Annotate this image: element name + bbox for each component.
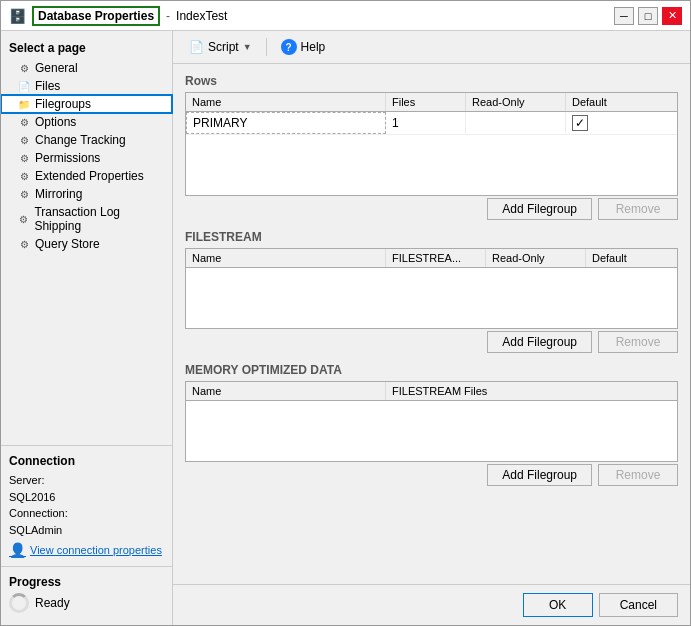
- help-icon: ?: [281, 39, 297, 55]
- sidebar-label-options: Options: [35, 115, 76, 129]
- memory-table: Name FILESTREAM Files: [185, 381, 678, 462]
- progress-section: Progress Ready: [1, 566, 172, 621]
- script-button[interactable]: 📄 Script ▼: [185, 38, 256, 56]
- connection-text-label: Connection:: [9, 507, 68, 519]
- main-content: 📄 Script ▼ ? Help Rows Name: [173, 31, 690, 625]
- rows-col-name: Name: [186, 93, 386, 111]
- rows-empty-area: [186, 135, 677, 195]
- sidebar-item-extended-properties[interactable]: ⚙ Extended Properties: [1, 167, 172, 185]
- script-icon: 📄: [189, 40, 204, 54]
- rows-row1-name: PRIMARY: [186, 112, 386, 134]
- window-title-rest: IndexTest: [176, 9, 227, 23]
- sidebar-item-mirroring[interactable]: ⚙ Mirroring: [1, 185, 172, 203]
- view-connection-link[interactable]: 👤 View connection properties: [9, 542, 164, 558]
- options-icon: ⚙: [17, 115, 31, 129]
- sidebar-label-permissions: Permissions: [35, 151, 100, 165]
- toolbar-divider: [266, 38, 267, 56]
- sidebar-label-change-tracking: Change Tracking: [35, 133, 126, 147]
- sidebar-item-general[interactable]: ⚙ General: [1, 59, 172, 77]
- filestream-col-filestream: FILESTREA...: [386, 249, 486, 267]
- rows-table-header: Name Files Read-Only Default: [186, 93, 677, 112]
- sidebar-label-files: Files: [35, 79, 60, 93]
- progress-label: Progress: [9, 575, 164, 589]
- rows-row1-default: ✓: [566, 112, 677, 134]
- select-page-label: Select a page: [1, 35, 172, 59]
- filestream-remove-button[interactable]: Remove: [598, 331, 678, 353]
- sidebar-item-files[interactable]: 📄 Files: [1, 77, 172, 95]
- window-title-db: Database Properties: [32, 6, 160, 26]
- cancel-button[interactable]: Cancel: [599, 593, 678, 617]
- filestream-section: FILESTREAM Name FILESTREA... Read-Only D…: [185, 230, 678, 353]
- filestream-add-filegroup-button[interactable]: Add Filegroup: [487, 331, 592, 353]
- minimize-button[interactable]: ─: [614, 7, 634, 25]
- change-tracking-icon: ⚙: [17, 133, 31, 147]
- rows-add-filegroup-button[interactable]: Add Filegroup: [487, 198, 592, 220]
- title-bar-left: 🗄️ Database Properties - IndexTest: [9, 6, 227, 26]
- sidebar: Select a page ⚙ General 📄 Files 📁 Filegr…: [1, 31, 173, 625]
- connection-section: Connection Server: SQL2016 Connection: S…: [1, 445, 172, 566]
- permissions-icon: ⚙: [17, 151, 31, 165]
- filestream-table-header: Name FILESTREA... Read-Only Default: [186, 249, 677, 268]
- progress-status: Ready: [35, 596, 70, 610]
- sidebar-item-transaction-log-shipping[interactable]: ⚙ Transaction Log Shipping: [1, 203, 172, 235]
- main-window: 🗄️ Database Properties - IndexTest ─ □ ✕…: [0, 0, 691, 626]
- transaction-log-icon: ⚙: [17, 212, 30, 226]
- server-value: SQL2016: [9, 491, 55, 503]
- progress-spinner: [9, 593, 29, 613]
- filestream-col-default: Default: [586, 249, 677, 267]
- rows-col-files: Files: [386, 93, 466, 111]
- rows-section-header: Rows: [185, 74, 678, 88]
- footer: OK Cancel: [173, 584, 690, 625]
- sidebar-item-options[interactable]: ⚙ Options: [1, 113, 172, 131]
- rows-section: Rows Name Files Read-Only Default PRIMAR…: [185, 74, 678, 220]
- memory-col-name: Name: [186, 382, 386, 400]
- filestream-section-header: FILESTREAM: [185, 230, 678, 244]
- script-label: Script: [208, 40, 239, 54]
- sidebar-label-general: General: [35, 61, 78, 75]
- table-row: PRIMARY 1 ✓: [186, 112, 677, 135]
- connection-row: Connection: SQLAdmin: [9, 505, 164, 538]
- sidebar-item-change-tracking[interactable]: ⚙ Change Tracking: [1, 131, 172, 149]
- sidebar-label-mirroring: Mirroring: [35, 187, 82, 201]
- sidebar-item-permissions[interactable]: ⚙ Permissions: [1, 149, 172, 167]
- view-link-text: View connection properties: [30, 544, 162, 556]
- ok-button[interactable]: OK: [523, 593, 593, 617]
- page-content: Rows Name Files Read-Only Default PRIMAR…: [173, 64, 690, 584]
- sidebar-item-filegroups[interactable]: 📁 Filegroups: [1, 95, 172, 113]
- rows-row1-files: 1: [386, 112, 466, 134]
- files-icon: 📄: [17, 79, 31, 93]
- sidebar-item-query-store[interactable]: ⚙ Query Store: [1, 235, 172, 253]
- memory-section: MEMORY OPTIMIZED DATA Name FILESTREAM Fi…: [185, 363, 678, 486]
- sidebar-label-transaction-log: Transaction Log Shipping: [34, 205, 164, 233]
- rows-col-default: Default: [566, 93, 677, 111]
- memory-btn-row: Add Filegroup Remove: [185, 464, 678, 486]
- help-label: Help: [301, 40, 326, 54]
- server-row: Server: SQL2016: [9, 472, 164, 505]
- filestream-empty-area: [186, 268, 677, 328]
- memory-col-filestream-files: FILESTREAM Files: [386, 382, 677, 400]
- extended-properties-icon: ⚙: [17, 169, 31, 183]
- filestream-col-readonly: Read-Only: [486, 249, 586, 267]
- close-button[interactable]: ✕: [662, 7, 682, 25]
- query-store-icon: ⚙: [17, 237, 31, 251]
- progress-row: Ready: [9, 593, 164, 613]
- sidebar-label-filegroups: Filegroups: [35, 97, 91, 111]
- server-label: Server:: [9, 474, 44, 486]
- sidebar-label-extended-properties: Extended Properties: [35, 169, 144, 183]
- filestream-table: Name FILESTREA... Read-Only Default: [185, 248, 678, 329]
- memory-add-filegroup-button[interactable]: Add Filegroup: [487, 464, 592, 486]
- rows-row1-default-checkbox[interactable]: ✓: [572, 115, 588, 131]
- help-button[interactable]: ? Help: [277, 37, 330, 57]
- filegroups-icon: 📁: [17, 97, 31, 111]
- mirroring-icon: ⚙: [17, 187, 31, 201]
- filestream-col-name: Name: [186, 249, 386, 267]
- connection-label: Connection: [9, 454, 164, 468]
- rows-remove-button[interactable]: Remove: [598, 198, 678, 220]
- memory-remove-button[interactable]: Remove: [598, 464, 678, 486]
- memory-section-header: MEMORY OPTIMIZED DATA: [185, 363, 678, 377]
- rows-btn-row: Add Filegroup Remove: [185, 198, 678, 220]
- toolbar: 📄 Script ▼ ? Help: [173, 31, 690, 64]
- rows-row1-readonly: [466, 112, 566, 134]
- maximize-button[interactable]: □: [638, 7, 658, 25]
- sidebar-label-query-store: Query Store: [35, 237, 100, 251]
